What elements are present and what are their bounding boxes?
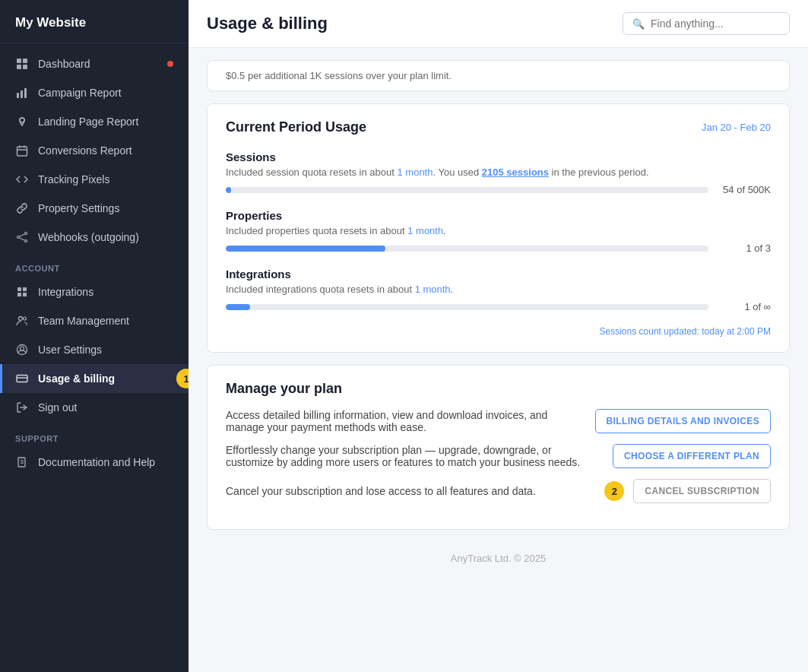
sidebar-item-label: Landing Page Report [38,116,138,128]
sidebar-item-conversions-report[interactable]: Conversions Report [0,136,189,165]
current-period-card: Current Period Usage Jan 20 - Feb 20 Ses… [207,103,790,353]
page-title: Usage & billing [207,14,328,33]
sidebar-item-team-management[interactable]: Team Management [0,306,189,335]
users-icon [15,314,29,328]
sidebar-item-label: Sign out [38,401,77,414]
manage-plan-title: Manage your plan [226,381,771,397]
svg-rect-25 [17,376,27,382]
sidebar-item-sign-out[interactable]: Sign out [0,393,189,422]
sessions-desc-prefix: Included session quota resets in about [226,166,397,178]
sidebar-item-label: Webhooks (outgoing) [38,231,139,243]
billing-details-row: Access detailed billing information, vie… [226,409,771,433]
sessions-label: Sessions [226,151,771,163]
svg-line-15 [19,234,24,237]
sidebar-item-campaign-report[interactable]: Campaign Report [0,78,189,107]
svg-point-21 [19,317,23,321]
sidebar-item-tracking-pixels[interactable]: Tracking Pixels [0,165,189,194]
svg-rect-2 [17,65,21,69]
choose-plan-button[interactable]: CHOOSE A DIFFERENT PLAN [613,444,771,468]
account-section-label: Account [0,252,189,277]
svg-rect-20 [23,293,27,296]
integrations-progress-bar [226,304,708,310]
sidebar-item-property-settings[interactable]: Property Settings [0,194,189,223]
current-period-title: Current Period Usage [226,119,366,135]
code-icon [15,173,29,186]
current-period-header: Current Period Usage Jan 20 - Feb 20 [226,119,771,135]
share-icon [15,230,29,244]
sidebar-item-label: Team Management [38,315,129,327]
properties-desc: Included properties quota resets in abou… [226,225,771,236]
grid-small-icon [15,285,29,299]
properties-count: 1 of 3 [718,242,771,254]
svg-rect-0 [17,59,21,63]
sidebar-item-label: Documentation and Help [38,456,155,468]
svg-rect-18 [23,287,27,291]
sidebar-item-docs-help[interactable]: Documentation and Help [0,448,189,477]
sessions-desc-highlight: 1 month [397,166,433,178]
svg-rect-1 [23,59,27,63]
sidebar-item-label: Conversions Report [38,144,132,157]
sidebar-item-integrations[interactable]: Integrations [0,277,189,306]
svg-point-22 [24,317,27,320]
svg-rect-17 [17,287,21,291]
properties-label: Properties [226,209,771,222]
sidebar: My Website Dashboard Campaign Report Lan… [0,0,189,672]
sidebar-item-landing-page-report[interactable]: Landing Page Report [0,107,189,136]
period-dates: Jan 20 - Feb 20 [702,122,771,133]
integrations-progress-row: 1 of ∞ [226,301,771,312]
calendar-icon [15,144,29,157]
sidebar-item-webhooks[interactable]: Webhooks (outgoing) [0,223,189,252]
cancel-text: Cancel your subscription and lose access… [226,485,618,497]
cancel-row: Cancel your subscription and lose access… [226,479,771,503]
manage-plan-card: Manage your plan Access detailed billing… [207,365,790,530]
top-partial-card: $0.5 per additional 1K sessions over you… [207,60,790,91]
integrations-label: Integrations [226,268,771,281]
integrations-desc: Included integrations quota resets in ab… [226,284,771,295]
search-box[interactable]: 🔍 [623,12,790,35]
sidebar-item-label: Campaign Report [38,87,122,99]
sessions-section: Sessions Included session quota resets i… [226,151,771,195]
main-content-area: Usage & billing 🔍 $0.5 per additional 1K… [189,0,808,672]
svg-point-12 [25,233,27,235]
svg-rect-19 [17,293,21,296]
billing-details-text: Access detailed billing information, vie… [226,409,580,433]
annotation-1: 1 [176,369,189,388]
billing-details-button[interactable]: BILLING DETAILS AND INVOICES [595,409,771,433]
link-icon [15,201,29,215]
sidebar-item-label: Tracking Pixels [38,173,109,185]
circle-user-icon [15,343,29,357]
footer: AnyTrack Ltd. © 2025 [207,542,790,575]
book-icon [15,455,29,469]
sessions-desc-middle: . You used [433,166,481,178]
sessions-count: 54 of 500K [718,184,771,195]
svg-rect-8 [17,147,27,156]
badge-dot [167,61,173,67]
sidebar-item-label: Integrations [38,286,93,298]
properties-section: Properties Included properties quota res… [226,209,771,254]
sessions-progress-row: 54 of 500K [226,184,771,195]
annotation-2: 2 [604,481,624,501]
cancel-subscription-button[interactable]: CANCEL SUBSCRIPTION [633,479,771,503]
svg-line-16 [19,238,24,241]
sidebar-item-label: Usage & billing [38,372,115,385]
sessions-progress-fill [226,187,231,193]
properties-progress-bar [226,246,708,252]
bar-chart-icon [15,86,29,100]
sidebar-item-dashboard[interactable]: Dashboard [0,49,189,78]
search-input[interactable] [651,17,780,30]
properties-progress-fill [226,246,385,252]
sidebar-item-label: User Settings [38,344,102,356]
integrations-progress-fill [226,304,250,310]
svg-point-24 [21,347,24,350]
svg-point-14 [17,236,20,239]
properties-progress-row: 1 of 3 [226,242,771,254]
sidebar-item-usage-billing[interactable]: Usage & billing 1 [0,364,189,393]
cancel-button-wrap: CANCEL SUBSCRIPTION 2 [633,479,771,503]
sidebar-item-user-settings[interactable]: User Settings [0,335,189,364]
svg-rect-6 [24,88,27,98]
sessions-desc-number: 2105 sessions [482,166,549,178]
integrations-section: Integrations Included integrations quota… [226,268,771,312]
grid-icon [15,57,29,71]
svg-rect-4 [17,93,19,98]
sidebar-brand: My Website [0,0,189,43]
